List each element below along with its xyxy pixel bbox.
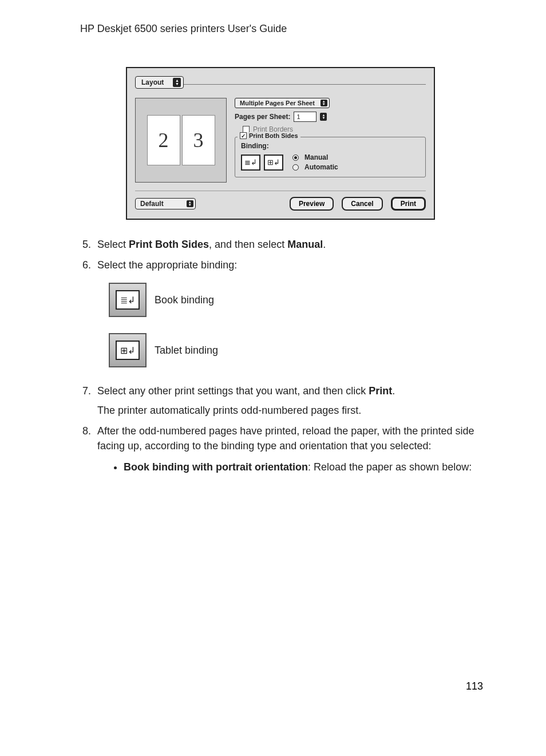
multiple-pages-label: Multiple Pages Per Sheet [240, 100, 315, 106]
stepper-icon: ▲▼ [173, 78, 181, 87]
print-both-sides-checkbox[interactable]: ✓ [240, 132, 247, 139]
book-binding-big-icon: ≣↲ [109, 283, 147, 317]
print-both-sides-label: Print Both Sides [249, 132, 298, 139]
automatic-radio-label: Automatic [304, 163, 338, 171]
steps-list: Select Print Both Sides, and then select… [80, 237, 489, 474]
manual-radio-label: Manual [304, 153, 328, 161]
step-8: After the odd-numbered pages have printe… [94, 423, 489, 474]
preview-page-3: 3 [182, 115, 215, 165]
preview-page-2: 2 [147, 115, 180, 165]
preview-button[interactable]: Preview [290, 197, 334, 211]
step-6: Select the appropriate binding: ≣↲ Book … [94, 258, 489, 367]
stepper-icon: ▲▼ [187, 200, 193, 207]
layout-tab-label: Layout [141, 78, 164, 86]
stepper-icon: ▲▼ [321, 100, 327, 106]
manual-radio[interactable] [292, 155, 299, 161]
step-5: Select Print Both Sides, and then select… [94, 237, 489, 252]
multiple-pages-select[interactable]: Multiple Pages Per Sheet ▲▼ [235, 98, 330, 108]
step-7: Select any other print settings that you… [94, 383, 489, 418]
default-label: Default [140, 200, 164, 208]
tab-row: Layout ▲▼ [135, 76, 426, 91]
default-select[interactable]: Default ▲▼ [135, 198, 196, 209]
binding-label: Binding: [241, 142, 420, 150]
step-7-sub: The printer automatically prints odd-num… [97, 403, 489, 418]
tablet-binding-big-icon: ⊞↲ [109, 333, 147, 367]
print-both-sides-group: ✓ Print Both Sides Binding: ≣↲ ⊞↲ [235, 137, 426, 177]
automatic-radio[interactable] [292, 164, 299, 171]
pages-per-sheet-input[interactable]: 1 [294, 112, 316, 122]
print-button[interactable]: Print [391, 197, 426, 211]
page-number: 113 [0, 680, 546, 692]
tablet-binding-icon[interactable]: ⊞↲ [264, 155, 283, 171]
bullet-book-portrait: Book binding with portrait orientation: … [124, 460, 489, 474]
tablet-binding-label: Tablet binding [155, 343, 218, 358]
page-preview: 2 3 [135, 98, 227, 183]
book-binding-label: Book binding [155, 292, 214, 307]
page-header: HP Deskjet 6500 series printers User's G… [80, 23, 489, 35]
pages-per-sheet-label: Pages per Sheet: [235, 113, 290, 121]
stepper-icon[interactable]: ▲▼ [320, 113, 327, 121]
book-binding-icon[interactable]: ≣↲ [241, 155, 260, 171]
cancel-button[interactable]: Cancel [342, 197, 382, 211]
layout-tab-select[interactable]: Layout ▲▼ [135, 76, 184, 89]
layout-dialog: Layout ▲▼ 2 3 Multiple Pages Per Sheet ▲ [126, 67, 435, 220]
